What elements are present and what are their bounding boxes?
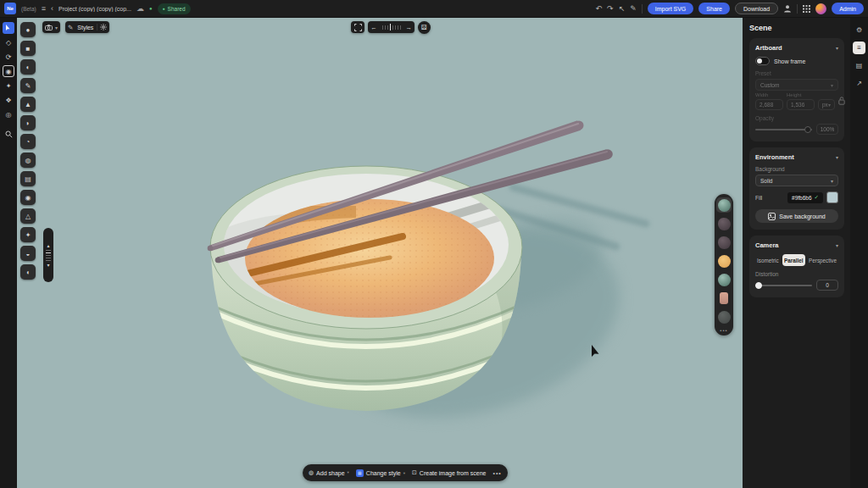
shape-wireframe-button[interactable]: ◍ [20, 152, 36, 168]
project-title[interactable]: Project (copy) (copy) (cop... [58, 6, 131, 12]
unit-select[interactable]: px ▾ [818, 99, 835, 110]
transform-tool-icon[interactable]: ◇ [3, 36, 14, 48]
material-rim-teal[interactable] [716, 272, 732, 287]
styles-button[interactable]: Styles [75, 25, 95, 30]
shared-badge[interactable]: ● Shared [158, 3, 191, 14]
properties-panel-icon[interactable]: ≡ [853, 42, 865, 54]
artboard-section: Artboard ▾ Show frame Preset Custom ▾ Wi… [749, 38, 844, 141]
arrow-left-icon[interactable]: ← [368, 24, 380, 31]
zoom-scrubber[interactable]: ▴ ▾ [43, 228, 53, 282]
more-options-button[interactable]: ••• [492, 470, 501, 476]
shape-box-button[interactable]: ▤ [20, 171, 36, 186]
paint-tool-icon[interactable]: ✦ [3, 80, 14, 92]
download-button[interactable]: Download [735, 3, 778, 14]
shape-star-button[interactable]: ✦ [20, 227, 36, 242]
history-scrubber[interactable]: ← → [368, 21, 415, 33]
group-tool-icon[interactable]: ❖ [3, 94, 14, 106]
scrubber-ticks[interactable] [380, 24, 403, 30]
chevron-down-icon: ▾ [831, 178, 833, 184]
pointer-mode-icon[interactable]: ↖ [619, 5, 626, 13]
opacity-slider[interactable] [755, 129, 812, 130]
bowl-scene-illustration[interactable] [17, 18, 743, 488]
styles-brush-icon: ✎ [65, 24, 75, 31]
chevron-down-icon: ▾ [831, 82, 833, 88]
camera-view-button[interactable]: ▾ [42, 21, 60, 33]
import-svg-button[interactable]: Import SVG [648, 3, 694, 14]
width-field[interactable]: 2,688 [755, 99, 783, 110]
fill-hex-field[interactable]: #9fb6b6 ✓ [787, 192, 823, 203]
chevron-down-icon[interactable]: ▾ [836, 45, 838, 51]
pan-tool-icon[interactable]: ◎ [3, 108, 14, 120]
share-button[interactable]: Share [698, 3, 730, 14]
materials-more-button[interactable]: ••• [720, 328, 727, 333]
settings-icon[interactable]: ⚙ [853, 24, 865, 36]
hamburger-menu-icon[interactable]: ≡ [42, 5, 46, 13]
shape-droplet-button[interactable]: ◗ [20, 115, 36, 130]
background-select[interactable]: Solid ▾ [755, 175, 838, 186]
preset-select[interactable]: Custom ▾ [755, 79, 838, 91]
chevron-down-icon[interactable]: ▾ [836, 242, 838, 248]
material-broth-orange[interactable] [716, 253, 732, 269]
beta-label: (Beta) [21, 6, 36, 12]
shape-quarter-button[interactable]: ◔ [20, 134, 36, 149]
export-panel-icon[interactable]: ↗ [853, 77, 865, 90]
opacity-value[interactable]: 100% [816, 124, 838, 135]
fill-color-swatch[interactable] [826, 191, 838, 203]
distortion-value[interactable]: 0 [816, 280, 838, 291]
pen-tool-icon[interactable]: ✎ [630, 5, 637, 13]
shape-sphere-button[interactable]: ● [20, 22, 36, 37]
apps-grid-icon[interactable] [803, 1, 810, 16]
height-field[interactable]: 1,536 [787, 99, 815, 110]
material-sphere-gray[interactable] [716, 309, 732, 324]
show-frame-toggle[interactable] [755, 57, 770, 65]
redo-icon[interactable]: ↷ [607, 5, 614, 13]
distortion-slider[interactable] [755, 285, 812, 286]
shape-cube-button[interactable]: ■ [20, 41, 36, 56]
select-tool-icon[interactable] [3, 22, 14, 34]
style-image-icon: ▦ [356, 469, 364, 477]
add-shape-button[interactable]: ◍ Add shape ▾ [309, 469, 349, 476]
aspect-lock-icon[interactable] [838, 93, 845, 108]
app-logo[interactable]: Ne [4, 3, 16, 14]
width-label: Width [755, 92, 783, 97]
tool-rail: ◇ ⟳ ◉ ✦ ❖ ◎ [0, 18, 17, 488]
arrow-right-icon[interactable]: → [403, 24, 415, 31]
material-cylinder-pink[interactable] [716, 291, 732, 306]
create-image-button[interactable]: ⊡ Create image from scene [412, 469, 486, 476]
material-bowl-teal-selected[interactable] [716, 197, 732, 213]
shape-pyramid-button[interactable]: △ [20, 208, 36, 224]
shape-pencil-button[interactable]: ✎ [20, 78, 36, 93]
frame-fit-button[interactable] [351, 21, 364, 33]
orbit-tool-icon[interactable]: ⟳ [3, 51, 14, 63]
preset-label: Preset [755, 70, 838, 76]
material-chopstick-dark-2[interactable] [716, 235, 732, 250]
scrub-up-icon[interactable]: ▴ [47, 243, 49, 248]
shapes-tool-icon[interactable]: ◉ [3, 65, 14, 77]
camera-mode-parallel[interactable]: Parallel [782, 254, 806, 266]
layers-panel-icon[interactable]: ▤ [853, 59, 865, 72]
shape-capsule-button[interactable]: ◒ [20, 246, 36, 261]
shape-cone-button[interactable]: ▲ [20, 97, 36, 112]
fill-label: Fill [755, 195, 784, 201]
shape-shell-button[interactable]: ◖ [20, 264, 36, 280]
scrub-down-icon[interactable]: ▾ [47, 263, 49, 268]
chevron-down-icon[interactable]: ▾ [836, 154, 838, 160]
camera-title: Camera [755, 241, 779, 249]
admin-button[interactable]: Admin [832, 3, 864, 14]
shape-half-sphere-button[interactable]: ◐ [20, 59, 36, 75]
camera-mode-perspective[interactable]: Perspective [807, 254, 838, 266]
randomize-style-button[interactable]: ⚄ [418, 21, 431, 34]
shape-torus-button[interactable]: ◉ [20, 190, 36, 205]
back-chevron-icon[interactable]: ‹ [51, 5, 53, 13]
account-icon[interactable] [783, 1, 792, 16]
right-icon-rail: ⚙ ≡ ▤ ↗ [850, 18, 868, 488]
styles-settings-icon[interactable] [97, 24, 109, 30]
user-avatar[interactable] [815, 3, 826, 14]
material-chopstick-dark-1[interactable] [716, 216, 732, 231]
save-background-button[interactable]: Save background [755, 209, 838, 223]
scene-canvas[interactable]: ▾ ✎ Styles ← → ⚄ ▴ ▾ ••• [17, 18, 743, 488]
camera-mode-isometric[interactable]: Isometric [755, 254, 781, 266]
change-style-button[interactable]: ▦ Change style ▾ [356, 469, 405, 477]
undo-icon[interactable]: ↶ [596, 5, 603, 13]
search-tool-icon[interactable] [3, 128, 14, 140]
